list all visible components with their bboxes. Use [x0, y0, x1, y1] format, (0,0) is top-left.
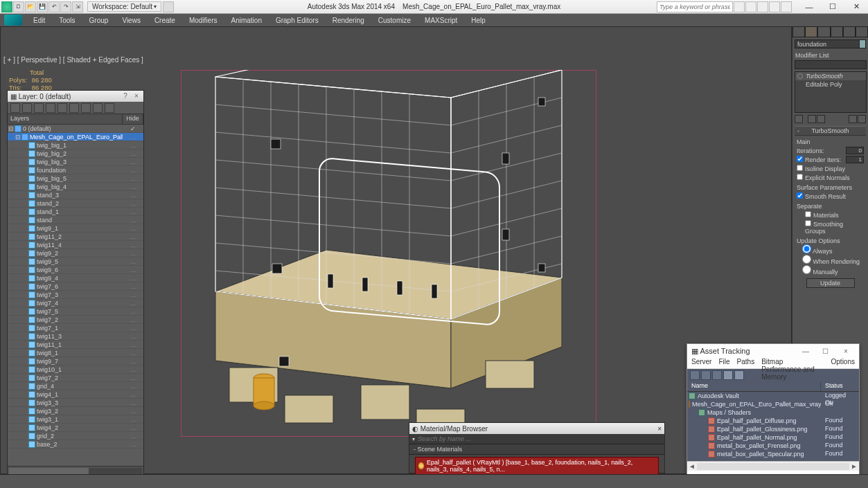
asset-menu-bitmap-performance-and-memory[interactable]: Bitmap Performance and Memory [761, 358, 824, 368]
object-row[interactable]: grid_4… [8, 382, 143, 390]
object-row[interactable]: twig7_2… [8, 316, 143, 324]
search-icon[interactable] [734, 1, 745, 12]
asset-menu-paths[interactable]: Paths [737, 358, 755, 368]
menu-rendering[interactable]: Rendering [326, 15, 371, 26]
create-tab-icon[interactable] [792, 26, 805, 37]
layer-panel-body[interactable]: ⊟0 (default)⊟Mesh_Cage_on_EPAL_Euro_Pall… [8, 125, 143, 466]
window-maximize-button[interactable]: ☐ [821, 0, 844, 14]
menu-help[interactable]: Help [464, 15, 493, 26]
asset-minimize-icon[interactable]: — [797, 347, 815, 355]
object-row[interactable]: twig_big_2… [8, 150, 143, 158]
object-row[interactable]: stand… [8, 216, 143, 224]
object-row[interactable]: twig10_1… [8, 365, 143, 374]
utilities-tab-icon[interactable] [856, 26, 868, 37]
layer-hide-icon[interactable] [69, 103, 79, 113]
update-rendering-radio[interactable] [802, 255, 811, 264]
object-row[interactable]: twig11_3… [8, 332, 143, 341]
asset-tb-3[interactable] [712, 370, 722, 380]
object-row[interactable]: twig3_1… [8, 415, 143, 424]
stack-item-turbosmooth[interactable]: TurboSmooth [795, 72, 866, 80]
object-row[interactable]: stand_1… [8, 208, 143, 216]
object-row[interactable]: twig9_1… [8, 224, 143, 233]
asset-status-column[interactable]: Status [821, 381, 859, 391]
menu-modifiers[interactable]: Modifiers [182, 15, 224, 26]
turbosmooth-rollup[interactable]: TurboSmooth [795, 126, 866, 136]
object-row[interactable]: stand_3… [8, 191, 143, 199]
app-icon[interactable] [4, 15, 22, 26]
object-row[interactable]: stand_2… [8, 199, 143, 208]
material-browser-titlebar[interactable]: ◐ Material/Map Browser × [409, 423, 664, 434]
menu-animation[interactable]: Animation [224, 15, 268, 26]
object-row[interactable]: twig9_4… [8, 274, 143, 282]
configure-sets-icon[interactable] [858, 115, 866, 123]
object-row[interactable]: twig4_1… [8, 390, 143, 399]
object-row[interactable]: twig_big_3… [8, 158, 143, 166]
asset-row[interactable]: Maps / Shaders [687, 408, 859, 417]
help-dropdown-icon[interactable] [781, 1, 792, 12]
object-color-swatch[interactable] [859, 39, 866, 48]
menu-graph-editors[interactable]: Graph Editors [269, 15, 326, 26]
smoothing-groups-checkbox[interactable] [805, 220, 811, 226]
render-iters-spinner[interactable]: 1 [846, 156, 864, 163]
object-row[interactable]: base_2… [8, 440, 143, 449]
scene-materials-section[interactable]: Scene Materials [409, 444, 664, 455]
layer-delete-icon[interactable] [22, 103, 32, 113]
object-row[interactable]: twig3_3… [8, 399, 143, 407]
asset-menu-options[interactable]: Options [831, 358, 855, 368]
asset-row[interactable]: Epal_half_pallet_Diffuse.pngFound [687, 417, 859, 425]
object-row[interactable]: foundation… [8, 166, 143, 174]
update-button[interactable]: Update [806, 278, 855, 288]
object-row[interactable]: twig11_1… [8, 341, 143, 349]
smooth-result-checkbox[interactable] [797, 192, 803, 199]
object-row[interactable]: twig8_1… [8, 349, 143, 357]
update-manually-radio[interactable] [802, 265, 811, 274]
workspace-selector[interactable]: Workspace: Default ▾ [87, 1, 161, 12]
iterations-spinner[interactable]: 0 [846, 147, 864, 154]
asset-menu-server[interactable]: Server [691, 358, 711, 368]
viewport-3d[interactable] [188, 70, 590, 458]
asset-row[interactable]: metal_box_pallet_Frensel.pngFound [687, 442, 859, 450]
object-row[interactable]: twig_big_4… [8, 183, 143, 191]
scroll-right-icon[interactable]: ► [849, 462, 859, 470]
asset-row[interactable]: Autodesk VaultLogged Ou [687, 392, 859, 400]
object-row[interactable]: twig9_5… [8, 257, 143, 266]
asset-tracking-body[interactable]: Autodesk VaultLogged OuMesh_Cage_on_EPAL… [687, 392, 859, 461]
material-search-input[interactable] [418, 435, 662, 442]
asset-row[interactable]: metal_box_pallet_Specular.pngFound [687, 450, 859, 458]
asset-name-column[interactable]: Name [687, 381, 821, 391]
layer-collapse-icon[interactable] [105, 103, 114, 113]
asset-tb-5[interactable] [734, 370, 744, 380]
object-row[interactable]: twig7_6… [8, 282, 143, 291]
modifier-list-dropdown[interactable] [795, 60, 867, 69]
menu-group[interactable]: Group [82, 15, 116, 26]
asset-tracking-titlebar[interactable]: ▦ Asset Tracking — ☐ × [687, 344, 859, 358]
qat-open-icon[interactable]: 📂 [25, 1, 36, 12]
show-end-result-icon[interactable] [808, 115, 816, 123]
object-row[interactable]: twig7_5… [8, 307, 143, 316]
render-iters-checkbox[interactable] [797, 156, 803, 162]
layer-highlight-icon[interactable] [57, 103, 67, 113]
explicit-checkbox[interactable] [797, 174, 803, 180]
window-close-button[interactable]: ✕ [844, 0, 868, 14]
motion-tab-icon[interactable] [831, 26, 843, 37]
menu-maxscript[interactable]: MAXScript [418, 15, 464, 26]
qat-new-icon[interactable]: 🗋 [13, 1, 24, 12]
object-row[interactable]: twig7_4… [8, 299, 143, 307]
make-unique-icon[interactable] [817, 115, 825, 123]
object-row[interactable]: twig9_7… [8, 357, 143, 365]
asset-row[interactable]: Epal_half_pallet_Normal.pngFound [687, 433, 859, 442]
app-menu-button[interactable] [1, 1, 12, 12]
menu-create[interactable]: Create [148, 15, 182, 26]
panel-close-icon[interactable]: × [132, 92, 141, 100]
object-row[interactable]: twig9_2… [8, 249, 143, 257]
qat-save-icon[interactable]: 💾 [37, 1, 48, 12]
window-minimize-button[interactable]: — [797, 0, 821, 14]
object-row[interactable]: twig_big_1… [8, 141, 143, 150]
layer-props-icon[interactable] [93, 103, 103, 113]
object-row[interactable]: twig11_2… [8, 233, 143, 241]
layer-select-icon[interactable] [46, 103, 55, 113]
asset-maximize-icon[interactable]: ☐ [817, 347, 835, 355]
object-row[interactable]: twig9_6… [8, 266, 143, 274]
layer-row[interactable]: ⊟Mesh_Cage_on_EPAL_Euro_Pallet… [8, 133, 143, 141]
hide-column-header[interactable]: Hide [123, 114, 143, 124]
